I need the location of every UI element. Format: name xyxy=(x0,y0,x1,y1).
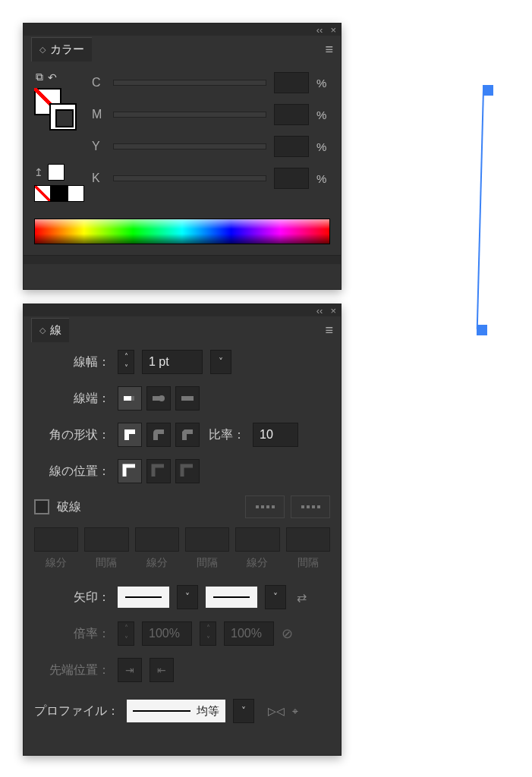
none-swatch[interactable] xyxy=(34,185,51,202)
stroke-tab-label: 線 xyxy=(50,323,61,338)
gap-input-3[interactable] xyxy=(286,527,330,552)
weight-stepper[interactable]: ˄˅ xyxy=(118,350,134,374)
dash-input-1[interactable] xyxy=(34,527,78,552)
cap-projecting-button[interactable] xyxy=(175,386,200,411)
c-unit: % xyxy=(316,77,330,90)
path-segment[interactable] xyxy=(477,90,484,329)
dash-preserve-exact-button[interactable] xyxy=(245,495,285,518)
profile-swatch[interactable]: 均等 xyxy=(127,700,225,722)
tip-label: 先端位置： xyxy=(34,662,110,678)
weight-row: 線幅： ˄˅ 1 pt ˅ xyxy=(24,344,341,380)
m-slider[interactable] xyxy=(113,112,266,118)
swap-arrow-icon[interactable]: ↶ xyxy=(48,71,57,83)
swap-arrows-icon[interactable]: ⇄ xyxy=(297,590,307,605)
corner-miter-button[interactable] xyxy=(118,423,142,447)
align-label: 線の位置： xyxy=(34,464,110,480)
collapse-icon[interactable]: ‹‹ xyxy=(316,305,323,316)
miter-input[interactable]: 10 xyxy=(253,423,298,447)
arrow-label: 矢印： xyxy=(34,590,110,606)
scale-label: 倍率： xyxy=(34,626,110,642)
scale2-input[interactable]: 100% xyxy=(224,621,274,646)
corner-label: 角の形状： xyxy=(34,427,110,443)
color-spectrum[interactable] xyxy=(34,219,330,244)
stroke-panel-title-row: ◇ 線 ≡ xyxy=(24,316,341,344)
link-scale-icon[interactable]: ⊘ xyxy=(282,625,293,642)
dash-input-2[interactable] xyxy=(135,527,179,552)
stroke-swatch[interactable] xyxy=(49,103,77,131)
arrow-start-dropdown[interactable]: ˅ xyxy=(177,585,198,609)
cap-butt-button[interactable] xyxy=(118,386,142,411)
panel-menu-icon[interactable]: ≡ xyxy=(325,322,333,338)
black-swatch[interactable] xyxy=(51,185,68,202)
canvas-area xyxy=(379,61,516,364)
align-outside-button[interactable] xyxy=(175,459,200,483)
close-icon[interactable]: × xyxy=(330,24,336,36)
c-input[interactable] xyxy=(274,72,309,93)
scale1-input[interactable]: 100% xyxy=(142,621,192,646)
flip-across-icon[interactable]: ⌖ xyxy=(292,705,298,718)
k-input[interactable] xyxy=(274,168,309,189)
collapse-icon[interactable]: ‹‹ xyxy=(316,24,323,36)
miter-label: 比率： xyxy=(207,427,245,443)
arrow-end-dropdown[interactable]: ˅ xyxy=(265,585,286,609)
scale1-stepper[interactable]: ˄˅ xyxy=(118,621,134,646)
anchor-point-1[interactable] xyxy=(483,85,493,96)
tip-clip-button[interactable]: ⇤ xyxy=(150,658,174,682)
m-input[interactable] xyxy=(274,104,309,125)
weight-input[interactable]: 1 pt xyxy=(142,350,203,374)
weight-label: 線幅： xyxy=(34,354,110,370)
white-swatch[interactable] xyxy=(68,185,84,202)
k-label: K xyxy=(92,171,105,185)
arrow-row: 矢印： ˅ ˅ ⇄ xyxy=(24,579,341,615)
close-icon[interactable]: × xyxy=(330,305,336,316)
color-panel-title-row: ◇ カラー ≡ xyxy=(24,36,341,63)
gap-input-2[interactable] xyxy=(185,527,229,552)
corner-bevel-button[interactable] xyxy=(175,423,200,447)
cmyk-sliders: C % M % Y % K % xyxy=(92,72,330,202)
cap-label: 線端： xyxy=(34,391,110,407)
color-panel-foot xyxy=(24,255,341,264)
cap-round-button[interactable] xyxy=(146,386,171,411)
chevron-updown-icon: ◇ xyxy=(39,45,46,55)
c-slider[interactable] xyxy=(113,80,266,86)
tip-extend-button[interactable]: ⇥ xyxy=(118,658,142,682)
gap-input-1[interactable] xyxy=(84,527,128,552)
last-color-icon[interactable]: ↥ xyxy=(34,166,43,178)
y-row: Y % xyxy=(92,136,330,157)
svg-rect-1 xyxy=(131,396,134,401)
m-label: M xyxy=(92,108,105,121)
swap-fill-stroke-icon[interactable]: ⧉ xyxy=(36,71,43,83)
k-slider[interactable] xyxy=(113,175,266,181)
color-tab[interactable]: ◇ カラー xyxy=(31,37,92,61)
scale2-stepper[interactable]: ˄˅ xyxy=(200,621,216,646)
panel-menu-icon[interactable]: ≡ xyxy=(325,42,333,58)
profile-dropdown[interactable]: ˅ xyxy=(233,699,254,723)
dash-grid: 線分 間隔 線分 間隔 線分 間隔 xyxy=(34,527,330,570)
align-inside-button[interactable] xyxy=(146,459,171,483)
stroke-tab[interactable]: ◇ 線 xyxy=(31,318,69,342)
corner-round-button[interactable] xyxy=(146,423,171,447)
dash-checkbox[interactable] xyxy=(34,499,49,514)
c-row: C % xyxy=(92,72,330,93)
arrow-start-swatch[interactable] xyxy=(118,587,169,608)
dash-input-3[interactable] xyxy=(235,527,279,552)
flip-along-icon[interactable]: ▷◁ xyxy=(268,705,285,718)
m-row: M % xyxy=(92,104,330,125)
stroke-panel-header: ‹‹ × xyxy=(24,304,341,316)
weight-dropdown[interactable]: ˅ xyxy=(210,350,231,374)
dash-label: 破線 xyxy=(57,499,81,515)
color-tab-label: カラー xyxy=(50,42,84,57)
dash-align-corners-button[interactable] xyxy=(291,495,330,518)
k-row: K % xyxy=(92,168,330,189)
y-unit: % xyxy=(316,140,330,153)
arrow-end-swatch[interactable] xyxy=(206,587,257,608)
color-swatch-white[interactable] xyxy=(48,164,65,181)
align-center-button[interactable] xyxy=(118,459,142,483)
profile-value: 均等 xyxy=(197,704,219,719)
anchor-point-2[interactable] xyxy=(477,325,487,335)
y-slider[interactable] xyxy=(113,143,266,149)
y-input[interactable] xyxy=(274,136,309,157)
tip-row: 先端位置： ⇥ ⇤ xyxy=(24,652,341,688)
c-label: C xyxy=(92,76,105,90)
fill-stroke-indicator[interactable] xyxy=(34,88,77,131)
